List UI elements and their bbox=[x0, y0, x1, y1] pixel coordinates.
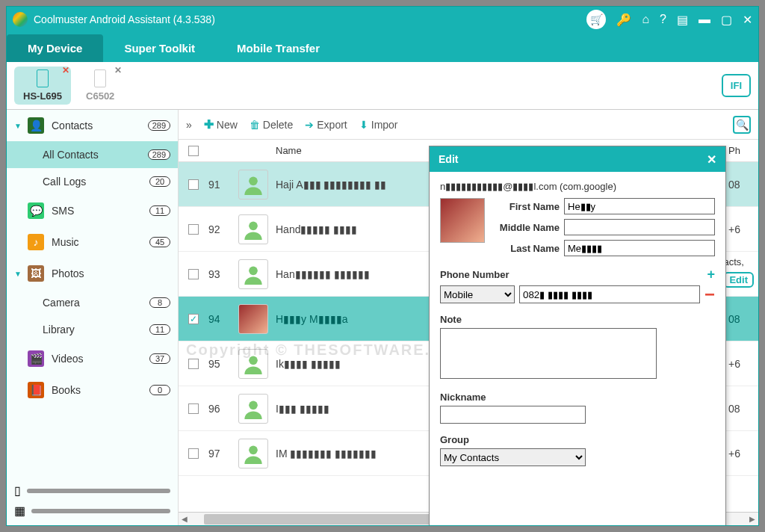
row-id: 93 bbox=[208, 268, 238, 280]
delete-button[interactable]: 🗑Delete bbox=[250, 119, 293, 131]
group-section-label: Group bbox=[440, 434, 469, 445]
tab-my-device[interactable]: My Device bbox=[7, 34, 103, 62]
dialog-titlebar: Edit ✕ bbox=[430, 146, 725, 172]
remove-phone-icon[interactable]: − bbox=[704, 289, 715, 300]
sidebar-item-music[interactable]: ♪ Music 45 bbox=[7, 226, 178, 258]
middle-name-label: Middle Name bbox=[492, 222, 560, 233]
home-icon[interactable]: ⌂ bbox=[642, 13, 649, 26]
row-checkbox[interactable] bbox=[188, 179, 199, 190]
phone-icon bbox=[94, 69, 106, 87]
scroll-right-icon[interactable]: ▶ bbox=[746, 513, 758, 525]
close-icon[interactable]: ✕ bbox=[743, 13, 752, 27]
last-name-label: Last Name bbox=[492, 243, 560, 254]
row-checkbox[interactable] bbox=[188, 403, 199, 414]
phone-type-select[interactable]: Mobile bbox=[440, 285, 515, 303]
phone-icon bbox=[37, 69, 49, 87]
plus-icon: ✚ bbox=[204, 117, 214, 132]
row-checkbox[interactable] bbox=[188, 359, 199, 369]
count-badge: 45 bbox=[149, 237, 170, 247]
device-1[interactable]: ✕ HS-L695 bbox=[14, 66, 71, 105]
row-checkbox[interactable] bbox=[188, 448, 199, 459]
devices-bar: ✕ HS-L695 ✕ C6502 IFI bbox=[7, 62, 758, 110]
add-phone-icon[interactable]: + bbox=[707, 267, 715, 282]
contact-avatar bbox=[238, 394, 268, 424]
phone-number-input[interactable] bbox=[519, 285, 700, 303]
row-id: 95 bbox=[208, 358, 238, 370]
device-close-icon[interactable]: ✕ bbox=[62, 65, 69, 75]
contact-avatar bbox=[238, 170, 268, 200]
row-checkbox[interactable]: ✓ bbox=[188, 314, 199, 324]
device-label: C6502 bbox=[86, 90, 114, 102]
sidebar-label: Books bbox=[52, 384, 81, 396]
export-icon: ➔ bbox=[305, 119, 314, 131]
caret-down-icon: ▼ bbox=[14, 270, 23, 278]
sidebar-item-all-contacts[interactable]: All Contacts 289 bbox=[7, 141, 178, 168]
export-button[interactable]: ➔Export bbox=[305, 119, 347, 131]
sidebar-item-contacts[interactable]: ▼ 👤 Contacts 289 bbox=[7, 110, 178, 141]
row-checkbox[interactable] bbox=[188, 224, 199, 235]
right-partial-panel: acts, Edit bbox=[723, 256, 754, 288]
count-badge: 8 bbox=[149, 297, 170, 308]
contact-avatar bbox=[238, 259, 268, 289]
group-select[interactable]: My Contacts bbox=[440, 448, 586, 466]
sidebar-item-camera[interactable]: Camera 8 bbox=[7, 289, 178, 316]
sidebar-label: All Contacts bbox=[43, 149, 99, 161]
account-email: n▮▮▮▮▮▮▮▮▮▮▮@▮▮▮▮l.com (com.google) bbox=[440, 181, 715, 192]
import-button[interactable]: ⬇Impor bbox=[359, 119, 398, 131]
device-close-icon[interactable]: ✕ bbox=[114, 65, 122, 75]
search-button[interactable]: 🔍 bbox=[733, 116, 751, 134]
sidebar-item-videos[interactable]: 🎬 Videos 37 bbox=[7, 343, 178, 374]
svg-point-3 bbox=[249, 356, 258, 365]
dialog-close-icon[interactable]: ✕ bbox=[707, 152, 716, 167]
sidebar-item-call-logs[interactable]: Call Logs 20 bbox=[7, 168, 178, 195]
phone-section-label: Phone Number bbox=[440, 269, 509, 280]
contact-photo[interactable] bbox=[440, 198, 485, 243]
main-area: ▼ 👤 Contacts 289 All Contacts 289 Call L… bbox=[7, 110, 758, 525]
svg-point-1 bbox=[249, 221, 258, 230]
count-badge: 37 bbox=[149, 353, 170, 364]
key-icon[interactable]: 🔑 bbox=[616, 13, 631, 27]
new-button[interactable]: ✚New bbox=[204, 117, 238, 132]
column-phone[interactable]: Ph bbox=[728, 145, 758, 156]
tab-super-toolkit[interactable]: Super Toolkit bbox=[103, 34, 216, 62]
device-2[interactable]: ✕ C6502 bbox=[77, 66, 123, 105]
books-icon: 📕 bbox=[28, 382, 44, 398]
contact-avatar bbox=[238, 214, 268, 244]
cart-icon[interactable]: 🛒 bbox=[586, 10, 606, 29]
select-all-checkbox[interactable] bbox=[188, 146, 199, 156]
minimize-icon[interactable]: ▬ bbox=[699, 13, 710, 26]
row-checkbox[interactable] bbox=[188, 269, 199, 279]
sidebar: ▼ 👤 Contacts 289 All Contacts 289 Call L… bbox=[7, 110, 179, 525]
count-badge: 11 bbox=[149, 324, 170, 335]
app-title: Coolmuster Android Assistant (4.3.538) bbox=[34, 13, 215, 25]
svg-point-5 bbox=[249, 445, 258, 454]
sidebar-label: Photos bbox=[52, 267, 84, 279]
sidebar-label: Library bbox=[43, 324, 75, 335]
sidebar-label: SMS bbox=[52, 205, 74, 217]
feedback-icon[interactable]: ▤ bbox=[677, 13, 688, 27]
sidebar-item-sms[interactable]: 💬 SMS 11 bbox=[7, 195, 178, 226]
first-name-input[interactable] bbox=[564, 198, 715, 214]
sidebar-item-photos[interactable]: ▼ 🖼 Photos bbox=[7, 258, 178, 289]
scroll-left-icon[interactable]: ◀ bbox=[179, 513, 191, 525]
middle-name-input[interactable] bbox=[564, 219, 715, 235]
count-badge: 0 bbox=[149, 385, 170, 395]
dialog-body: n▮▮▮▮▮▮▮▮▮▮▮@▮▮▮▮l.com (com.google) Firs… bbox=[430, 172, 725, 525]
last-name-input[interactable] bbox=[564, 240, 715, 256]
help-icon[interactable]: ? bbox=[660, 13, 666, 26]
tab-mobile-transfer[interactable]: Mobile Transfer bbox=[216, 34, 341, 62]
maximize-icon[interactable]: ▢ bbox=[721, 13, 732, 27]
dialog-title: Edit bbox=[439, 153, 458, 165]
connect-via-wifi-button[interactable]: IFI bbox=[722, 74, 751, 97]
contact-phone-prefix: +6 bbox=[728, 358, 758, 370]
edit-contact-dialog: Edit ✕ n▮▮▮▮▮▮▮▮▮▮▮@▮▮▮▮l.com (com.googl… bbox=[429, 146, 726, 525]
edit-button[interactable]: Edit bbox=[723, 272, 754, 288]
count-badge: 289 bbox=[148, 120, 170, 131]
caret-down-icon: ▼ bbox=[14, 122, 23, 130]
expand-icon[interactable]: » bbox=[186, 119, 192, 131]
titlebar-controls: 🛒 🔑 ⌂ ? ▤ ▬ ▢ ✕ bbox=[586, 10, 752, 29]
note-textarea[interactable] bbox=[440, 328, 657, 379]
sidebar-item-library[interactable]: Library 11 bbox=[7, 316, 178, 343]
sidebar-item-books[interactable]: 📕 Books 0 bbox=[7, 374, 178, 406]
nickname-input[interactable] bbox=[440, 406, 586, 424]
